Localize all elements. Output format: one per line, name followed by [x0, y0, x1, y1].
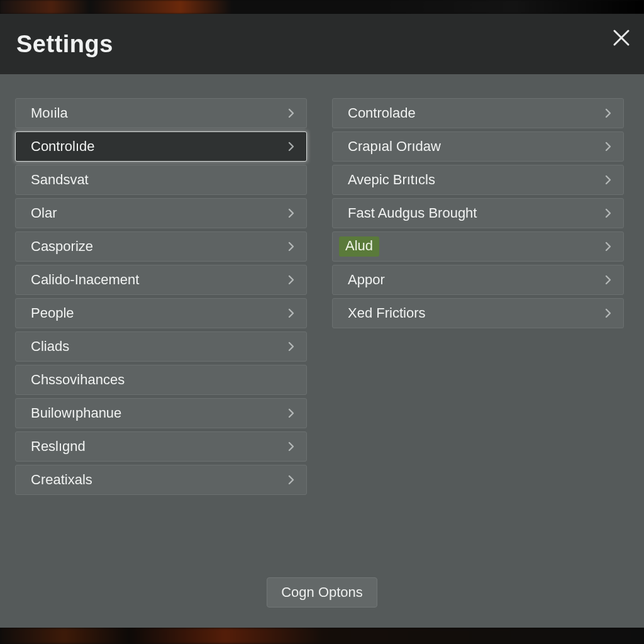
settings-row-label: Controlıde	[31, 138, 95, 155]
chevron-right-icon	[603, 142, 613, 152]
settings-row[interactable]: Avepic Brıtıcls	[332, 165, 624, 195]
settings-row[interactable]: Calido-Inacement	[15, 265, 307, 295]
close-button[interactable]	[606, 24, 636, 54]
settings-modal: Settings MoıilaControlıdeSandsvatOlarCas…	[0, 14, 644, 628]
settings-left-column: MoıilaControlıdeSandsvatOlarCasporizeCal…	[15, 98, 307, 570]
chevron-right-icon	[286, 142, 296, 152]
settings-row-label: Sandsvat	[31, 172, 89, 188]
settings-row[interactable]: Alud	[332, 231, 624, 262]
settings-row[interactable]: Chssovihances	[15, 365, 307, 395]
settings-row-label: Calido-Inacement	[31, 272, 139, 288]
chevron-right-icon	[286, 242, 296, 252]
chevron-right-icon	[603, 308, 613, 318]
chevron-right-icon	[603, 175, 613, 185]
modal-header: Settings	[0, 14, 644, 74]
settings-row-label: Olar	[31, 205, 57, 221]
close-icon	[612, 28, 631, 50]
modal-footer: Cogn Optons	[0, 570, 644, 628]
chevron-right-icon	[603, 242, 613, 252]
settings-row-label: People	[31, 305, 74, 321]
status-badge: Alud	[339, 236, 379, 257]
chevron-right-icon	[286, 408, 296, 418]
settings-row-label: Avepic Brıtıcls	[348, 172, 435, 188]
background-top-strip	[0, 0, 644, 14]
background-bottom-strip	[0, 628, 644, 644]
chevron-right-icon	[286, 475, 296, 485]
settings-row-label: Moıila	[31, 105, 68, 121]
chevron-right-icon	[286, 208, 296, 218]
settings-row[interactable]: Controlıde	[15, 131, 307, 162]
settings-row[interactable]: Sandsvat	[15, 165, 307, 195]
settings-row[interactable]: Controlade	[332, 98, 624, 128]
settings-row[interactable]: Crapıal Orıdaw	[332, 131, 624, 162]
chevron-right-icon	[286, 108, 296, 118]
settings-row[interactable]: Casporize	[15, 231, 307, 262]
settings-row-label: Controlade	[348, 105, 416, 121]
modal-body: MoıilaControlıdeSandsvatOlarCasporizeCal…	[0, 74, 644, 570]
settings-row-label: Fast Audgus Brought	[348, 205, 477, 221]
settings-row-label: Builowıphanue	[31, 405, 121, 421]
settings-row[interactable]: Creatixals	[15, 465, 307, 495]
settings-row-label: Chssovihances	[31, 372, 125, 388]
settings-row[interactable]: Moıila	[15, 98, 307, 128]
settings-row-label: Appor	[348, 272, 385, 288]
settings-right-column: ControladeCrapıal OrıdawAvepic BrıtıclsF…	[332, 98, 624, 570]
page-title: Settings	[16, 31, 113, 58]
chevron-right-icon	[286, 341, 296, 352]
settings-row-label: Reslıgnd	[31, 438, 86, 455]
cogn-options-button[interactable]: Cogn Optons	[267, 577, 377, 608]
chevron-right-icon	[603, 275, 613, 285]
settings-row[interactable]: Cliads	[15, 331, 307, 362]
settings-row-label: Creatixals	[31, 472, 92, 488]
settings-row[interactable]: Olar	[15, 198, 307, 228]
chevron-right-icon	[286, 308, 296, 318]
chevron-right-icon	[286, 275, 296, 285]
settings-row[interactable]: Appor	[332, 265, 624, 295]
settings-row[interactable]: People	[15, 298, 307, 328]
chevron-right-icon	[603, 208, 613, 218]
settings-row-label: Xed Frictiors	[348, 305, 425, 321]
settings-row[interactable]: Builowıphanue	[15, 398, 307, 428]
settings-row[interactable]: Reslıgnd	[15, 431, 307, 462]
settings-row-label: Cliads	[31, 338, 69, 355]
settings-row[interactable]: Fast Audgus Brought	[332, 198, 624, 228]
settings-row-label: Casporize	[31, 238, 93, 255]
settings-row-label: Crapıal Orıdaw	[348, 138, 441, 155]
settings-row[interactable]: Xed Frictiors	[332, 298, 624, 328]
chevron-right-icon	[603, 108, 613, 118]
chevron-right-icon	[286, 441, 296, 452]
